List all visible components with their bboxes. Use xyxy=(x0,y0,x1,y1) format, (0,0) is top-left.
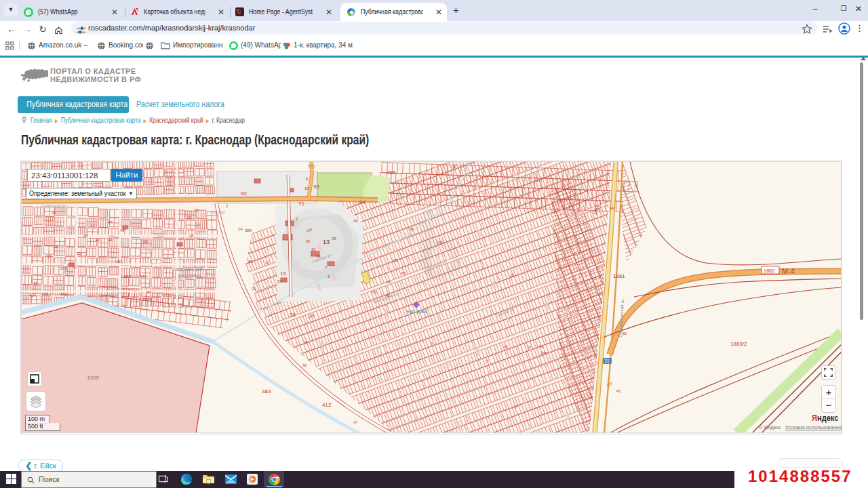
svg-text:83: 83 xyxy=(401,271,406,275)
svg-text:М-4: М-4 xyxy=(782,267,795,275)
svg-text:53: 53 xyxy=(277,279,281,283)
svg-text:16: 16 xyxy=(304,186,309,190)
svg-text:1008: 1008 xyxy=(87,375,99,381)
svg-text:66: 66 xyxy=(623,331,627,336)
svg-text:46: 46 xyxy=(189,234,194,238)
svg-text:56: 56 xyxy=(302,363,307,367)
svg-text:21: 21 xyxy=(536,178,540,182)
svg-text:24: 24 xyxy=(238,227,243,231)
svg-text:36: 36 xyxy=(353,219,358,223)
svg-text:404: 404 xyxy=(29,293,37,298)
svg-text:402: 402 xyxy=(60,292,68,296)
svg-text:55: 55 xyxy=(504,345,508,349)
svg-text:388: 388 xyxy=(245,228,252,232)
svg-text:37: 37 xyxy=(265,261,270,265)
svg-text:Нап. дома: Нап. дома xyxy=(406,309,427,314)
svg-text:71: 71 xyxy=(298,201,304,207)
svg-text:366: 366 xyxy=(387,169,396,176)
svg-text:30: 30 xyxy=(47,254,52,258)
svg-text:157: 157 xyxy=(371,290,377,294)
svg-text:25: 25 xyxy=(52,211,56,215)
svg-text:32: 32 xyxy=(306,239,311,243)
svg-text:110: 110 xyxy=(392,258,398,262)
svg-text:пер: пер xyxy=(308,163,315,169)
svg-text:31: 31 xyxy=(73,265,77,269)
svg-text:11: 11 xyxy=(187,216,192,220)
svg-text:2954: 2954 xyxy=(142,297,151,301)
svg-text:7: 7 xyxy=(295,216,298,222)
svg-text:1861: 1861 xyxy=(613,273,625,279)
svg-text:138: 138 xyxy=(540,351,547,355)
svg-text:1862: 1862 xyxy=(764,268,775,274)
svg-text:142: 142 xyxy=(609,206,615,210)
svg-text:10: 10 xyxy=(143,239,148,243)
svg-text:29: 29 xyxy=(316,254,321,258)
svg-text:565: 565 xyxy=(124,274,132,279)
svg-text:142: 142 xyxy=(437,241,443,245)
svg-text:541: 541 xyxy=(140,274,147,279)
svg-text:На Фуд: На Фуд xyxy=(212,210,225,214)
svg-text:98: 98 xyxy=(410,227,414,231)
svg-text:45: 45 xyxy=(616,389,620,393)
svg-text:151: 151 xyxy=(116,260,123,264)
svg-text:406: 406 xyxy=(41,292,49,296)
svg-text:26: 26 xyxy=(194,208,199,212)
svg-text:рисозавод: рисозавод xyxy=(178,273,201,279)
svg-text:51: 51 xyxy=(77,251,81,256)
svg-text:39: 39 xyxy=(248,260,253,264)
svg-text:573: 573 xyxy=(60,266,68,270)
svg-text:43: 43 xyxy=(108,238,113,242)
svg-text:412: 412 xyxy=(322,402,332,408)
svg-text:93: 93 xyxy=(313,184,319,190)
svg-text:38: 38 xyxy=(332,237,336,241)
svg-text:36: 36 xyxy=(290,312,296,318)
svg-text:Марьянский: Марьянский xyxy=(176,267,202,272)
svg-text:36: 36 xyxy=(510,273,514,277)
svg-text:31: 31 xyxy=(311,247,316,251)
svg-text:42: 42 xyxy=(96,238,100,242)
svg-text:Советская ул.: Советская ул. xyxy=(41,203,68,208)
svg-text:22: 22 xyxy=(196,223,201,227)
svg-text:21: 21 xyxy=(252,287,256,291)
svg-text:48: 48 xyxy=(120,228,125,232)
svg-text:45: 45 xyxy=(83,234,88,238)
svg-text:48: 48 xyxy=(387,280,391,284)
svg-text:28: 28 xyxy=(54,245,58,249)
svg-text:1863/2: 1863/2 xyxy=(730,341,747,347)
svg-text:45: 45 xyxy=(386,293,390,298)
svg-text:92: 92 xyxy=(241,190,247,197)
svg-text:21: 21 xyxy=(605,359,610,363)
svg-text:40: 40 xyxy=(146,290,151,294)
svg-text:13: 13 xyxy=(323,239,330,245)
svg-text:19: 19 xyxy=(33,281,38,285)
svg-text:12: 12 xyxy=(90,223,95,227)
svg-text:15: 15 xyxy=(280,270,286,277)
svg-text:94: 94 xyxy=(359,199,366,205)
svg-text:383: 383 xyxy=(262,388,271,394)
svg-text:47: 47 xyxy=(108,220,113,224)
